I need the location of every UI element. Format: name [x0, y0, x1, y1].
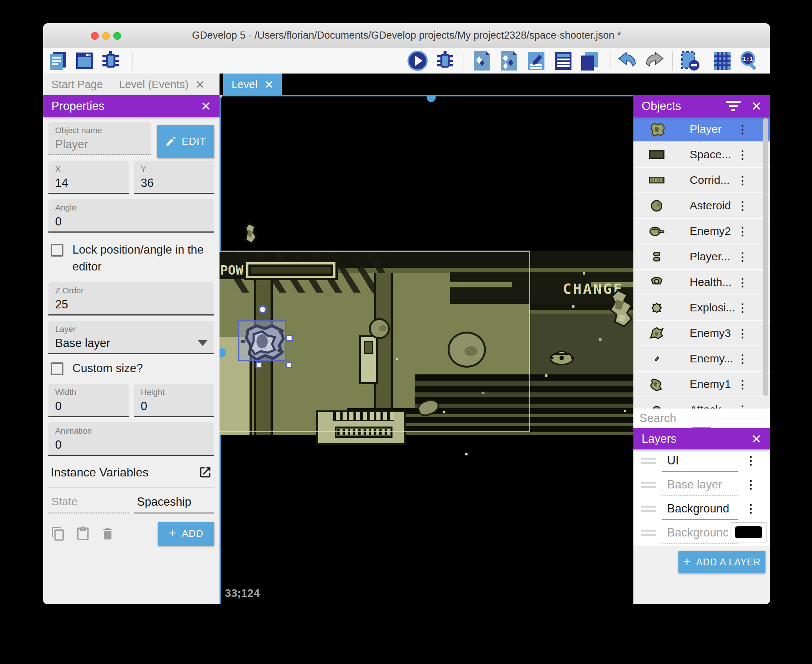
layer-select[interactable]: Layer Base layer: [49, 321, 214, 354]
layer-name[interactable]: UI: [662, 452, 738, 472]
object-row-health[interactable]: Health... ⋮: [633, 270, 770, 295]
resize-handle-corner[interactable]: [286, 361, 292, 368]
x-field[interactable]: X 14: [49, 161, 129, 194]
drag-handle-icon[interactable]: [641, 506, 656, 514]
debugger-icon[interactable]: [100, 50, 121, 71]
rotate-handle[interactable]: [259, 305, 267, 314]
tab-start-page[interactable]: Start Page: [43, 73, 111, 95]
instances-list-icon[interactable]: [553, 50, 574, 71]
delete-selection-icon[interactable]: [680, 50, 701, 71]
object-menu-icon[interactable]: ⋮: [737, 378, 748, 391]
player-bullet-object-icon: [648, 248, 665, 265]
object-menu-icon[interactable]: ⋮: [737, 301, 748, 314]
layer-menu-icon[interactable]: ⋮: [745, 478, 757, 491]
add-layer-button[interactable]: + ADD A LAYER: [679, 551, 765, 573]
redo-icon[interactable]: [644, 50, 665, 71]
layer-row-ui[interactable]: UI ⋮: [633, 449, 770, 474]
project-manager-icon[interactable]: [48, 50, 69, 71]
object-menu-icon[interactable]: ⋮: [737, 250, 748, 264]
object-menu-icon[interactable]: ⋮: [737, 199, 748, 212]
object-menu-icon[interactable]: ⋮: [737, 123, 748, 136]
object-row-corridor[interactable]: Corrid... ⋮: [633, 168, 770, 193]
player-ship-sprite[interactable]: [239, 322, 285, 360]
drag-handle-icon[interactable]: [641, 458, 656, 466]
undo-icon[interactable]: [617, 50, 638, 71]
close-layers-icon[interactable]: ✕: [751, 431, 762, 446]
add-variable-button[interactable]: + ADD: [158, 522, 214, 546]
close-tab-icon[interactable]: ✕: [264, 78, 273, 91]
object-row-space[interactable]: Space... ⋮: [633, 142, 770, 168]
background-color-swatch[interactable]: [731, 522, 766, 542]
tab-level[interactable]: Level ✕: [223, 73, 282, 95]
object-menu-icon[interactable]: ⋮: [737, 352, 748, 365]
properties-pencil-icon[interactable]: [526, 50, 547, 71]
object-row-playerbullet[interactable]: Player... ⋮: [633, 244, 770, 270]
variable-row[interactable]: State Spaceship: [49, 487, 214, 514]
y-field[interactable]: Y 36: [134, 161, 214, 194]
object-menu-icon[interactable]: ⋮: [737, 174, 748, 187]
trash-icon[interactable]: [100, 526, 115, 541]
object-row-attack[interactable]: Attack... ⋮: [633, 397, 770, 408]
object-row-player[interactable]: Player ⋮: [633, 117, 770, 142]
animation-field[interactable]: Animation 0: [49, 422, 214, 456]
edit-object-button[interactable]: EDIT: [157, 125, 214, 158]
z-order-field[interactable]: Z Order 25: [49, 282, 214, 316]
grid-icon[interactable]: [712, 50, 733, 71]
layer-menu-icon[interactable]: ⋮: [745, 502, 757, 515]
layer-name[interactable]: Background: [662, 500, 738, 520]
layer-name[interactable]: Backgrounc: [662, 524, 738, 544]
drag-handle-icon[interactable]: [641, 530, 656, 538]
object-menu-icon[interactable]: ⋮: [737, 225, 748, 238]
objects-scrollbar[interactable]: [763, 118, 768, 396]
object-menu-icon[interactable]: ⋮: [737, 327, 748, 340]
layer-name[interactable]: Base layer: [662, 477, 738, 496]
zoom-one-to-one-icon[interactable]: 1:1: [739, 50, 760, 71]
scene-canvas[interactable]: CHANGE POW: [220, 95, 633, 604]
close-tab-icon[interactable]: ✕: [195, 78, 205, 91]
resize-handle-bottom[interactable]: [255, 361, 262, 368]
object-row-enemy1[interactable]: Enemy1 ⋮: [633, 372, 770, 397]
objects-editor-icon[interactable]: [471, 50, 492, 71]
object-menu-icon[interactable]: ⋮: [737, 276, 748, 289]
layer-row-background[interactable]: Background ⋮: [633, 498, 770, 521]
debug-play-icon[interactable]: [434, 50, 456, 71]
object-groups-icon[interactable]: [498, 50, 519, 71]
layer-row-base[interactable]: Base layer ⋮: [633, 474, 770, 498]
layer-row-background-color[interactable]: Backgrounc: [633, 521, 770, 545]
object-row-enemy3[interactable]: Enemy3 ⋮: [633, 321, 770, 346]
object-menu-icon[interactable]: ⋮: [737, 403, 748, 409]
variable-name[interactable]: State: [49, 494, 129, 514]
object-menu-icon[interactable]: ⋮: [737, 148, 748, 161]
copy-icon[interactable]: [50, 526, 66, 541]
filter-icon[interactable]: [726, 99, 741, 113]
tab-level-events[interactable]: Level (Events) ✕: [111, 73, 213, 95]
custom-size-checkbox[interactable]: [50, 362, 63, 375]
close-properties-icon[interactable]: ✕: [201, 99, 212, 114]
debris-cluster-sprite[interactable]: [603, 289, 633, 330]
layer-menu-icon[interactable]: ⋮: [745, 454, 757, 467]
scene-editor-icon[interactable]: [74, 50, 95, 71]
drag-handle-icon[interactable]: [641, 482, 656, 490]
object-row-enemy2[interactable]: Enemy2 ⋮: [633, 219, 770, 244]
open-in-new-icon[interactable]: [199, 465, 212, 479]
debris-sprite[interactable]: [241, 222, 259, 244]
layers-stack-icon[interactable]: [579, 50, 600, 71]
object-label: Explosi...: [690, 301, 737, 314]
selection-rectangle[interactable]: [238, 321, 286, 361]
close-objects-icon[interactable]: ✕: [751, 99, 762, 114]
angle-field[interactable]: Angle 0: [49, 199, 214, 233]
enemy-saucer-sprite[interactable]: [549, 347, 575, 367]
resize-handle-right[interactable]: [286, 335, 293, 342]
play-icon[interactable]: [407, 50, 428, 71]
attack-object-icon: [648, 401, 665, 408]
variable-value[interactable]: Spaceship: [134, 494, 214, 514]
horizontal-scroll-thumb[interactable]: [426, 95, 436, 102]
object-row-enemybullet[interactable]: Enemy... ⋮: [633, 346, 770, 372]
lock-position-checkbox[interactable]: [50, 244, 63, 257]
width-field[interactable]: Width 0: [49, 384, 129, 417]
object-row-explosion[interactable]: Explosi... ⋮: [633, 295, 770, 321]
object-row-asteroid[interactable]: Asteroid ⋮: [633, 193, 770, 219]
paste-icon[interactable]: [75, 526, 90, 541]
height-field[interactable]: Height 0: [134, 384, 214, 417]
search-input[interactable]: [640, 412, 770, 425]
